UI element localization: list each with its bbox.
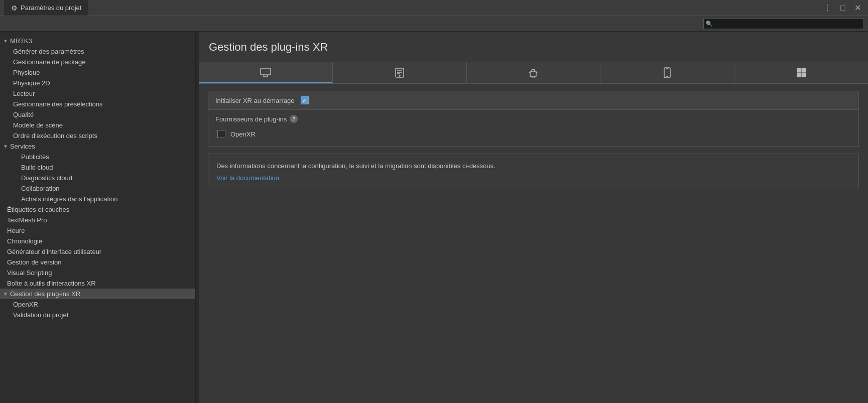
doc-link[interactable]: Voir la documentation — [216, 174, 279, 182]
android-icon — [529, 68, 538, 78]
search-input[interactable] — [703, 18, 864, 29]
sidebar-item-gestion-plugins[interactable]: ▼ Gestion des plug-ins XR — [0, 289, 195, 299]
sidebar: ▼ MRTK3 Générer des paramètres Gestionna… — [0, 32, 196, 403]
sidebar-item-lecteur[interactable]: Lecteur — [0, 88, 195, 99]
tab-android[interactable] — [467, 62, 601, 83]
info-section: Des informations concernant la configura… — [208, 154, 859, 189]
sidebar-item-physique2d[interactable]: Physique 2D — [0, 78, 195, 88]
sidebar-item-gestionnaire-package[interactable]: Gestionnaire de package — [0, 57, 195, 67]
svg-rect-18 — [797, 68, 801, 73]
page-title: Gestion des plug-ins XR — [209, 41, 858, 54]
search-wrapper — [703, 18, 864, 29]
svg-point-8 — [399, 75, 400, 76]
sidebar-item-build-cloud[interactable]: Build cloud — [0, 162, 195, 173]
sidebar-item-gestion-version[interactable]: Gestion de version — [0, 257, 195, 267]
desktop-icon — [260, 68, 271, 77]
sidebar-item-achats[interactable]: Achats intégrés dans l'application — [0, 194, 195, 204]
expand-icon: ▼ — [3, 38, 8, 44]
sidebar-item-gestionnaire-preselections[interactable]: Gestionnaire des présélections — [0, 99, 195, 109]
sidebar-item-chronologie[interactable]: Chronologie — [0, 236, 195, 246]
help-icon[interactable]: ? — [290, 115, 298, 123]
sidebar-item-etiquettes[interactable]: Étiquettes et couches — [0, 204, 195, 215]
sidebar-item-openxr[interactable]: OpenXR — [0, 299, 195, 310]
sidebar-item-generateur[interactable]: Générateur d'interface utilisateur — [0, 246, 195, 257]
init-xr-label: Initialiser XR au démarrage — [215, 97, 295, 104]
providers-row: Fournisseurs de plug-ins ? OpenXR — [208, 109, 858, 146]
maximize-icon[interactable]: □ — [837, 3, 848, 14]
sidebar-item-boite-outils[interactable]: Boîte à outils d'interactions XR — [0, 278, 195, 289]
expand-icon: ▼ — [3, 144, 8, 149]
main-layout: ▼ MRTK3 Générer des paramètres Gestionna… — [0, 32, 868, 403]
svg-rect-20 — [797, 73, 801, 78]
title-bar-tab[interactable]: ⚙ Paramètres du projet — [4, 0, 88, 16]
sidebar-item-physique[interactable]: Physique — [0, 67, 195, 78]
tab-ios[interactable] — [600, 62, 734, 83]
windows-icon — [796, 68, 806, 78]
sidebar-item-diagnostics-cloud[interactable]: Diagnostics cloud — [0, 173, 195, 183]
close-icon[interactable]: ✕ — [851, 2, 864, 14]
content-header: Gestion des plug-ins XR — [199, 32, 868, 62]
title-bar-controls: ⋮ □ ✕ — [820, 2, 864, 14]
providers-label-text: Fournisseurs de plug-ins — [215, 115, 287, 123]
svg-point-9 — [532, 70, 532, 70]
svg-rect-21 — [802, 73, 806, 78]
platform-tab-bar — [199, 62, 868, 84]
sidebar-item-qualite[interactable]: Qualité — [0, 109, 195, 120]
sidebar-item-modele-scene[interactable]: Modèle de scène — [0, 120, 195, 130]
sidebar-item-visual-scripting[interactable]: Visual Scripting — [0, 267, 195, 278]
sidebar-item-collaboration[interactable]: Collaboration — [0, 183, 195, 194]
tab-windows[interactable] — [734, 62, 868, 83]
content-body: Initialiser XR au démarrage ✓ Fournisseu… — [199, 84, 868, 196]
info-text: Des informations concernant la configura… — [216, 161, 850, 171]
init-xr-row: Initialiser XR au démarrage ✓ — [208, 91, 858, 109]
sidebar-item-validation[interactable]: Validation du projet — [0, 310, 195, 320]
xr-settings-section: Initialiser XR au démarrage ✓ Fournisseu… — [208, 91, 859, 147]
svg-rect-0 — [261, 68, 271, 75]
title-bar: ⚙ Paramètres du projet ⋮ □ ✕ — [0, 0, 868, 16]
gear-icon: ⚙ — [11, 4, 18, 12]
tab-standalone[interactable] — [333, 62, 467, 83]
expand-icon: ▼ — [3, 291, 8, 297]
sidebar-item-generer[interactable]: Générer des paramètres — [0, 46, 195, 57]
content-panel: Gestion des plug-ins XR — [199, 32, 868, 403]
sidebar-item-ordre-execution[interactable]: Ordre d'exécution des scripts — [0, 130, 195, 141]
openxr-row: OpenXR — [215, 127, 851, 141]
svg-point-17 — [667, 76, 668, 77]
sidebar-item-textmesh[interactable]: TextMesh Pro — [0, 215, 195, 225]
openxr-checkbox[interactable] — [217, 130, 225, 138]
ios-icon — [664, 67, 671, 78]
menu-icon[interactable]: ⋮ — [820, 2, 834, 14]
openxr-label: OpenXR — [230, 130, 256, 138]
standalone-icon — [395, 68, 404, 78]
sidebar-item-services[interactable]: ▼ Services — [0, 141, 195, 152]
svg-point-10 — [534, 70, 535, 70]
sidebar-item-mrtk3[interactable]: ▼ MRTK3 — [0, 36, 195, 46]
search-bar — [0, 16, 868, 32]
init-xr-checkbox[interactable]: ✓ — [301, 96, 309, 104]
sidebar-item-publicites[interactable]: Publicités — [0, 152, 195, 162]
svg-rect-19 — [802, 68, 806, 73]
window-title: Paramètres du projet — [21, 4, 81, 12]
providers-label-row: Fournisseurs de plug-ins ? — [215, 115, 851, 123]
sidebar-item-heure[interactable]: Heure — [0, 225, 195, 236]
tab-desktop[interactable] — [199, 62, 333, 83]
